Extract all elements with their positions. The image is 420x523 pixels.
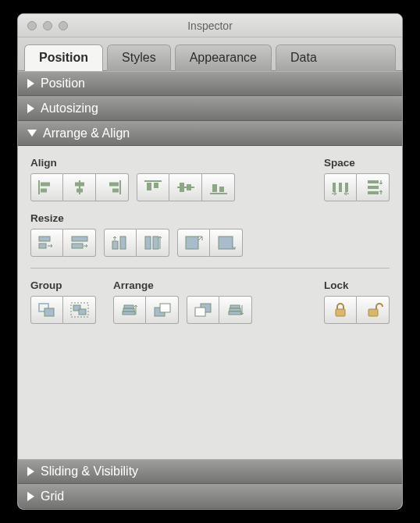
align-center-h-icon (69, 179, 90, 196)
svg-rect-22 (368, 186, 379, 189)
svg-rect-2 (41, 189, 47, 193)
svg-rect-20 (345, 183, 348, 192)
svg-rect-47 (230, 308, 240, 311)
panel-body: Position Autosizing Arrange & Align Alig… (18, 71, 402, 509)
distribute-v-icon (363, 179, 383, 196)
svg-rect-49 (336, 309, 345, 316)
disclosure-right-icon (27, 104, 34, 113)
resize-same-height-alt-button[interactable] (137, 229, 169, 257)
inspector-window: Inspector Position Styles Appearance Dat… (17, 13, 403, 510)
svg-rect-41 (124, 305, 133, 308)
disclosure-right-icon (27, 492, 34, 501)
group-label: Group (30, 279, 96, 291)
unlock-button[interactable] (357, 296, 390, 324)
resize-same-size-button[interactable] (177, 229, 210, 257)
tab-appearance[interactable]: Appearance (175, 44, 272, 71)
tab-styles[interactable]: Styles (107, 44, 171, 71)
svg-rect-45 (195, 308, 205, 316)
svg-rect-30 (145, 237, 151, 249)
bring-forward-icon (152, 301, 173, 318)
svg-rect-48 (229, 311, 241, 315)
send-to-back-button[interactable] (219, 296, 252, 324)
distribute-h-button[interactable] (324, 173, 357, 201)
section-grid[interactable]: Grid (18, 484, 402, 509)
align-right-button[interactable] (96, 173, 129, 201)
distribute-v-button[interactable] (357, 173, 390, 201)
lock-icon (330, 301, 351, 318)
close-window-button[interactable] (27, 21, 37, 30)
minimize-window-button[interactable] (43, 21, 52, 30)
svg-rect-35 (44, 308, 54, 316)
send-backward-button[interactable] (187, 296, 219, 324)
resize-same-width-icon (37, 234, 57, 251)
svg-rect-16 (212, 184, 217, 192)
svg-rect-4 (75, 183, 84, 187)
svg-rect-9 (144, 180, 162, 182)
tab-data[interactable]: Data (276, 44, 396, 71)
svg-rect-21 (368, 180, 379, 183)
resize-group-label: Resize (30, 212, 243, 224)
svg-rect-10 (147, 183, 151, 190)
section-arrange-align[interactable]: Arrange & Align (18, 121, 402, 146)
section-label: Position (41, 76, 85, 91)
align-center-h-button[interactable] (63, 173, 96, 201)
resize-same-size-alt-icon (216, 234, 237, 251)
svg-rect-25 (39, 244, 46, 248)
svg-rect-33 (219, 237, 233, 249)
align-top-button[interactable] (137, 173, 169, 201)
align-center-v-button[interactable] (169, 173, 202, 201)
zoom-window-button[interactable] (59, 21, 68, 30)
svg-rect-15 (210, 193, 227, 194)
divider (30, 268, 390, 269)
resize-same-size-alt-button[interactable] (210, 229, 243, 257)
ungroup-button[interactable] (63, 296, 96, 324)
lock-label: Lock (324, 279, 390, 291)
svg-rect-6 (119, 180, 121, 194)
disclosure-right-icon (27, 467, 34, 476)
svg-rect-50 (368, 309, 378, 316)
send-backward-icon (193, 301, 213, 318)
align-right-icon (102, 179, 123, 196)
resize-same-height-alt-icon (143, 234, 163, 251)
align-group-label: Align (30, 157, 235, 169)
resize-same-width-alt-icon (69, 234, 90, 251)
resize-same-width-alt-button[interactable] (63, 229, 96, 257)
section-position[interactable]: Position (18, 71, 402, 96)
svg-rect-5 (77, 189, 83, 193)
svg-rect-23 (368, 191, 379, 194)
svg-rect-27 (72, 244, 83, 248)
section-sliding-visibility[interactable]: Sliding & Visibility (18, 459, 402, 484)
ungroup-icon (69, 301, 90, 318)
arrange-label: Arrange (113, 279, 252, 291)
svg-rect-43 (160, 304, 170, 312)
bring-forward-button[interactable] (146, 296, 179, 324)
align-left-button[interactable] (30, 173, 63, 201)
align-top-icon (143, 179, 163, 196)
disclosure-right-icon (27, 79, 34, 88)
bring-to-front-icon (119, 301, 140, 318)
svg-rect-31 (153, 237, 158, 249)
resize-same-height-icon (110, 234, 130, 251)
align-center-v-icon (176, 179, 196, 196)
lock-button[interactable] (324, 296, 357, 324)
section-label: Autosizing (41, 101, 98, 116)
svg-rect-40 (123, 308, 134, 311)
resize-same-width-button[interactable] (30, 229, 63, 257)
group-button[interactable] (30, 296, 63, 324)
tab-position[interactable]: Position (24, 44, 103, 71)
svg-rect-24 (39, 237, 50, 241)
svg-rect-28 (112, 241, 118, 249)
distribute-h-icon (330, 179, 351, 196)
bring-to-front-button[interactable] (113, 296, 146, 324)
section-label: Grid (41, 489, 64, 503)
align-bottom-button[interactable] (202, 173, 235, 201)
svg-rect-13 (180, 183, 184, 192)
group-icon (37, 301, 57, 318)
section-autosizing[interactable]: Autosizing (18, 96, 402, 121)
svg-rect-11 (154, 183, 158, 188)
resize-same-height-button[interactable] (104, 229, 137, 257)
svg-rect-26 (72, 237, 87, 241)
titlebar: Inspector (18, 14, 402, 37)
svg-rect-18 (333, 183, 336, 192)
resize-same-size-icon (183, 234, 204, 251)
